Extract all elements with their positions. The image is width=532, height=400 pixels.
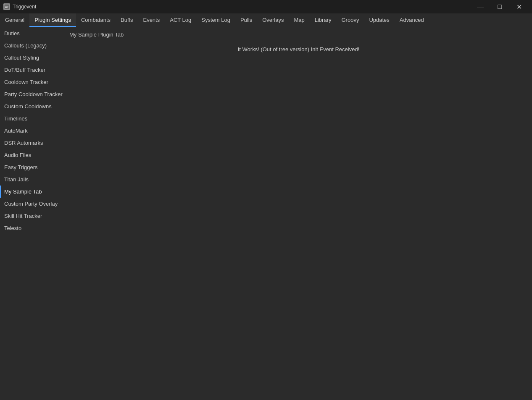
sidebar-item-duties[interactable]: Duties [0,27,65,39]
tab-system-log[interactable]: System Log [196,13,235,27]
tab-groovy[interactable]: Groovy [336,13,364,27]
sidebar-item-audio-files[interactable]: Audio Files [0,149,65,161]
sidebar-item-easy-triggers[interactable]: Easy Triggers [0,161,65,173]
app-icon [3,3,10,10]
tab-updates[interactable]: Updates [364,13,394,27]
main-layout: DutiesCallouts (Legacy)Callout StylingDo… [0,27,532,400]
svg-rect-0 [4,4,9,9]
tab-buffs[interactable]: Buffs [116,13,138,27]
sidebar-item-titan-jails[interactable]: Titan Jails [0,173,65,186]
sidebar-item-skill-hit-tracker[interactable]: Skill Hit Tracker [0,210,65,222]
close-button[interactable]: ✕ [509,0,529,13]
tab-pulls[interactable]: Pulls [235,13,257,27]
svg-rect-2 [5,7,8,8]
sidebar-item-custom-cooldowns[interactable]: Custom Cooldowns [0,100,65,112]
sidebar-item-automark[interactable]: AutoMark [0,125,65,137]
sidebar-item-timelines[interactable]: Timelines [0,112,65,125]
minimize-button[interactable]: — [471,0,490,13]
tab-advanced[interactable]: Advanced [395,13,429,27]
content-area: My Sample Plugin Tab It Works! (Out of t… [65,27,532,400]
sidebar-item-callout-styling[interactable]: Callout Styling [0,52,65,64]
tab-combatants[interactable]: Combatants [76,13,116,27]
tab-map[interactable]: Map [289,13,309,27]
content-message: It Works! (Out of tree version) Init Eve… [69,46,528,52]
sidebar-item-custom-party-overlay[interactable]: Custom Party Overlay [0,198,65,210]
sidebar: DutiesCallouts (Legacy)Callout StylingDo… [0,27,65,400]
tab-events[interactable]: Events [138,13,165,27]
sidebar-item-telesto[interactable]: Telesto [0,222,65,234]
sidebar-item-my-sample-tab[interactable]: My Sample Tab [0,186,65,198]
title-bar: Triggevent — □ ✕ [0,0,532,13]
tab-plugin-settings[interactable]: Plugin Settings [29,13,76,27]
content-title: My Sample Plugin Tab [69,31,528,38]
title-bar-left: Triggevent [3,3,36,10]
maximize-button[interactable]: □ [490,0,509,13]
sidebar-item-dsr-automarks[interactable]: DSR Automarks [0,137,65,149]
tab-bar: GeneralPlugin SettingsCombatantsBuffsEve… [0,13,532,27]
sidebar-item-callouts-legacy[interactable]: Callouts (Legacy) [0,39,65,52]
title-bar-controls: — □ ✕ [471,0,529,13]
sidebar-item-party-cooldown-tracker[interactable]: Party Cooldown Tracker [0,88,65,100]
sidebar-item-dot-buff-tracker[interactable]: DoT/Buff Tracker [0,64,65,76]
svg-rect-1 [5,6,8,7]
title-text: Triggevent [13,4,36,10]
tab-library[interactable]: Library [310,13,337,27]
tab-act-log[interactable]: ACT Log [165,13,196,27]
sidebar-item-cooldown-tracker[interactable]: Cooldown Tracker [0,76,65,88]
tab-overlays[interactable]: Overlays [257,13,289,27]
tab-general[interactable]: General [0,13,29,27]
